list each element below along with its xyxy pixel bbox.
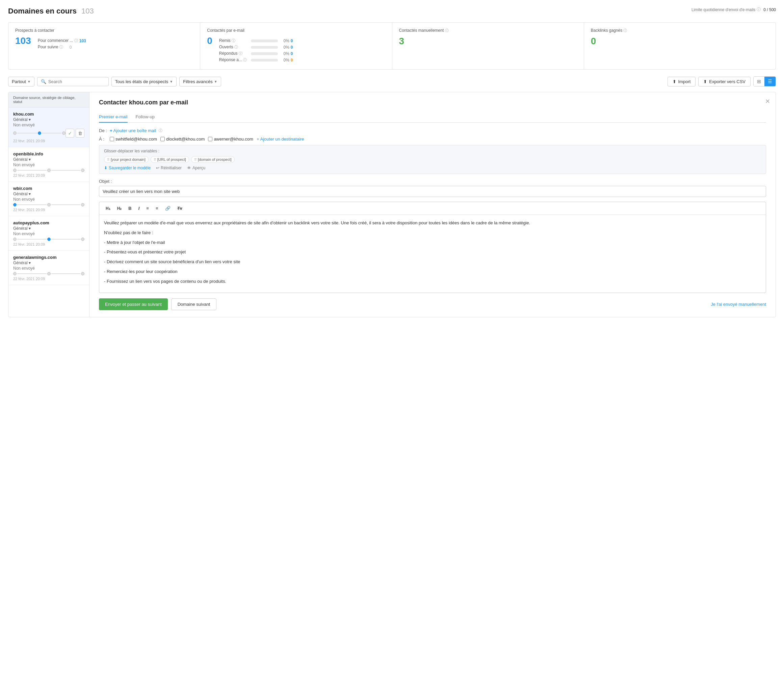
suivre-info-icon[interactable]: ⓘ [59,45,63,49]
preview-button[interactable]: 👁 Aperçu [187,165,205,170]
stat-prospects: Prospects à contacter 103 Pour commencer… [8,23,200,69]
view-list-button[interactable]: ☰ [764,77,776,86]
backlinks-info-icon[interactable]: ⓘ [623,28,627,33]
save-template-button[interactable]: ⬇ Sauvegarder le modèle [104,165,151,170]
sidebar: Domaine source, stratégie de ciblage, st… [8,92,89,317]
progress-slider [13,131,66,135]
email-panel: ✕ Contacter khou.com par e-mail Premier … [89,92,776,317]
format-h2-button[interactable]: H₂ [114,205,125,213]
email-limit-info-icon[interactable]: ⓘ [757,7,761,13]
variable-tag-0[interactable]: ⠿ [your project domain] [104,156,148,163]
reset-icon: ↩ [156,165,159,170]
chevron-icon-5: ▾ [29,261,31,265]
variable-tags: ⠿ [your project domain] ⠿ [URL of prospe… [104,156,761,163]
format-italic-button[interactable]: I [135,204,143,213]
variable-tag-2[interactable]: ⠿ [domain of prospect] [191,156,235,163]
stat-reponse: Réponse a... ⓘ 0% 0 [219,58,293,63]
page-wrapper: Domaines en cours 103 Limite quotidienne… [0,0,784,692]
tabs: Premier e-mail Follow-up [99,112,766,123]
format-clear-button[interactable]: Tx [174,204,185,213]
tab-premier-email[interactable]: Premier e-mail [99,112,128,123]
subject-input[interactable] [99,186,766,197]
email-panel-title: Contacter khou.com par e-mail [99,99,766,106]
recipient-list: swhitfield@khou.com dlockett@khou.com aw… [110,137,304,142]
progress-slider-4 [13,238,84,241]
editor-content[interactable]: Veuillez préparer un modèle d'e-mail que… [99,215,766,292]
recipient-dlockett[interactable]: dlockett@khou.com [160,137,204,142]
sidebar-item-generalawnings[interactable]: generalawnings.com Général ▾ Non envoyé … [8,251,89,285]
sidebar-item-wbir[interactable]: wbir.com Général ▾ Non envoyé 22 févr. 2… [8,182,89,216]
stat-email-total: 0 [207,36,212,46]
stat-manual: Contactés manuellement ⓘ 3 [392,23,584,69]
domain-count: 103 [81,7,94,15]
export-icon: ⬆ [703,79,707,84]
email-limit: Limite quotidienne d'envoi d'e-mails ⓘ 0… [692,7,776,13]
search-input[interactable] [48,79,105,84]
manual-info-icon[interactable]: ⓘ [445,28,449,33]
main-layout: Domaine source, stratégie de ciblage, st… [8,92,776,317]
drag-handle-icon: ⠿ [107,158,109,162]
next-domain-button[interactable]: Domaine suivant [171,298,217,310]
variable-tag-1[interactable]: ⠿ [URL of prospect] [151,156,189,163]
chevron-strategy-icon: ▾ [29,117,31,122]
search-icon: 🔍 [41,79,46,84]
stats-row: Prospects à contacter 103 Pour commencer… [8,22,776,69]
delete-button[interactable]: 🗑 [76,129,84,137]
sidebar-item-openbible[interactable]: openbible.info Général ▾ Non envoyé 22 f… [8,147,89,182]
format-link-button[interactable]: 🔗 [162,204,173,213]
filter-advanced-dropdown[interactable]: Filtres avancés ▼ [179,77,221,86]
manual-sent-link[interactable]: Je l'ai envoyé manuellement [711,302,766,307]
reset-button[interactable]: ↩ Réinitialiser [156,165,182,170]
stat-repondus: Répondus ⓘ 0% 0 [219,51,293,56]
sidebar-item-khou[interactable]: khou.com Général ▾ Non envoyé ✓ � [8,107,89,147]
recipient-swhitfield[interactable]: swhitfield@khou.com [110,137,157,142]
format-bold-button[interactable]: B [125,204,134,213]
commencer-info-icon[interactable]: ⓘ [74,38,78,43]
check-button[interactable]: ✓ [66,129,74,137]
format-ul-button[interactable]: ≡ [153,204,161,213]
format-h1-button[interactable]: H₁ [103,205,114,213]
drag-handle-icon-1: ⠿ [154,158,156,162]
eye-icon: 👁 [187,165,191,170]
ouverts-info-icon[interactable]: ⓘ [234,45,238,49]
chevron-icon: ▾ [29,157,31,162]
remis-info-icon[interactable]: ⓘ [232,38,236,43]
stat-manual-value: 3 [399,36,577,46]
progress-slider-2 [13,168,84,172]
download-icon: ⬇ [104,165,107,170]
editor-toolbar: H₁ H₂ B I ≡ ≡ 🔗 Tx [99,202,766,215]
page-title: Domaines en cours 103 [8,7,94,15]
progress-slider-3 [13,203,84,206]
format-ol-button[interactable]: ≡ [143,204,152,213]
stat-ouverts: Ouverts ⓘ 0% 0 [219,45,293,50]
import-icon: ⬆ [673,79,676,84]
to-row: À : swhitfield@khou.com dlockett@khou.co… [99,137,766,142]
view-grid-button[interactable]: ⊞ [754,77,764,86]
close-button[interactable]: ✕ [765,97,770,105]
stat-remis: Remis ⓘ 0% 0 [219,38,293,43]
subject-row: Objet : [99,179,766,197]
reponse-info-icon[interactable]: ⓘ [243,58,247,62]
chevron-icon-3: ▾ [29,192,31,196]
add-recipient-button[interactable]: + Ajouter un destinataire [257,137,304,142]
view-toggle: ⊞ ☰ [753,76,776,86]
filter-partout-dropdown[interactable]: Partout ▼ [8,77,35,86]
page-header: Domaines en cours 103 Limite quotidienne… [8,7,776,15]
email-editor: H₁ H₂ B I ≡ ≡ 🔗 Tx Veuillez préparer un … [99,202,766,293]
stat-sub-commencer: Pour commencer ... ⓘ 103 [38,38,86,43]
stat-backlinks: Backlinks gagnés ⓘ 0 [584,23,776,69]
add-mailbox-button[interactable]: + Ajouter une boîte mail [110,128,156,133]
sidebar-item-autopayplus[interactable]: autopayplus.com Général ▾ Non envoyé 22 … [8,216,89,251]
send-next-button[interactable]: Envoyer et passer au suivant [99,298,168,310]
stat-email: Contactés par e-mail 0 Remis ⓘ 0% 0 Ouve… [200,23,392,69]
mailbox-info-icon[interactable]: ⓘ [159,128,162,133]
filter-states-dropdown[interactable]: Tous les états de prospects ▼ [111,77,176,86]
import-button[interactable]: ⬆ Import [667,77,696,86]
chevron-down-icon-states: ▼ [170,80,173,83]
export-csv-button[interactable]: ⬆ Exporter vers CSV [698,77,751,86]
stat-prospects-total: 103 [15,36,31,46]
recipient-awerner[interactable]: awerner@khou.com [208,137,253,142]
tab-followup[interactable]: Follow-up [136,112,155,123]
repondus-info-icon[interactable]: ⓘ [239,51,242,55]
chevron-icon-4: ▾ [29,226,31,231]
